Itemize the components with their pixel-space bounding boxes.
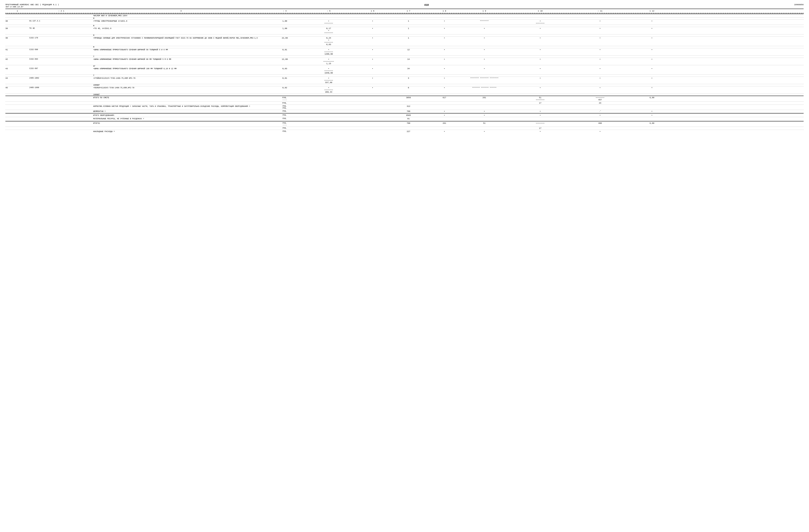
- r42-code: С152-564: [29, 58, 93, 65]
- r45-num: 45: [5, 87, 29, 93]
- r39-c12: •: [628, 28, 676, 34]
- header-info-row: ЧИСЛОМ ЖИЛ И СЕЧЕНИЕМ,ММ2:10X4: [5, 14, 804, 17]
- r41-num: 41: [5, 49, 29, 55]
- r45-code: 2405-1698: [29, 87, 93, 93]
- hi-c9: [460, 15, 508, 17]
- header-right: 10968056: [794, 4, 804, 6]
- divider-after-shef: [5, 113, 804, 113]
- r45-desc: •ПОЛКИ=К1163У3 ТУ36-1496-75,ИЗМ,НР2-70: [93, 87, 269, 93]
- r41-code: С152-560: [29, 49, 93, 55]
- r45-c12: =: [628, 87, 676, 93]
- r40-desc: •ПРОВОДА СИЛОВЫЕ ДЛЯ ЭЛЕКТРИЧЕСКИХ УСТАН…: [93, 37, 269, 46]
- hi-c12: [628, 15, 676, 17]
- row-itogo-smeta: ИТОГО ПО СМЕТЕ РУБ.---- 3856 617 261 51•…: [5, 96, 804, 102]
- r38-c5: ••••••••••: [301, 20, 357, 24]
- r45-c9: •••••••• •••••••• •••••••: [460, 87, 508, 93]
- unit-row-40: М: [5, 46, 804, 48]
- r41-c8: •: [429, 49, 460, 55]
- col-6-header: 1 6: [357, 10, 389, 12]
- row-42: 42 С152-564 •ШИНЫ АЛЮМИНИЕВЫЕ ПРЯМОУГОЛЬ…: [5, 58, 804, 65]
- r44-c8: •: [429, 77, 460, 84]
- r40-c5: 0,24••••••••••0,03: [301, 37, 357, 46]
- r38-code: 01-137.3.1: [29, 20, 93, 24]
- io-label: ИТОГО ОБОРУДОВАНИЯ:: [93, 114, 269, 117]
- r44-c10: •: [508, 77, 572, 84]
- r42-c12: •: [628, 58, 676, 65]
- row-43: 43 С152-587 •ШИНЫ АЛЮМИНИЕВЫЕ ПРЯМОУГОЛЬ…: [5, 67, 804, 75]
- unit-row-39: М: [5, 34, 804, 37]
- r43-desc: •ШИНЫ АЛЮМИНИЕВЫЕ ПРЯМОУГОЛЬНОГО СЕЧЕНИЯ…: [93, 68, 269, 74]
- nak-label: НАКЛАДНЫЕ РАСХОДЫ =: [93, 130, 269, 132]
- r45-c5: ••••••••••289,44: [301, 87, 357, 93]
- hi-c7: [389, 15, 428, 17]
- r42-c8: •: [429, 58, 460, 65]
- r40-c11: •: [572, 37, 628, 46]
- r40-c8: •: [429, 37, 460, 46]
- hi-c5: [301, 15, 357, 17]
- row-itogo-oborud: ИТОГО ОБОРУДОВАНИЯ: РУБ. 9505 • • • • •: [5, 114, 804, 117]
- r41-c4: 0,01: [269, 49, 301, 55]
- col-header-row: 1 : 2 1 3 : 4 : 5 1 6 1 7 1 8 1 9 1 10 :…: [5, 8, 804, 13]
- r40-c10: •: [508, 37, 572, 46]
- r40-c9: •: [460, 37, 508, 46]
- r45-c7: 6: [389, 87, 428, 93]
- unit-row-hi: М: [5, 17, 804, 20]
- r38-c11: •: [572, 20, 628, 24]
- row-shefmontaz: ШЕФМОНТАЖ = РУБ. 709 • • • .° •: [5, 110, 804, 113]
- r40-c7: 1: [389, 37, 428, 46]
- r38-c6: •: [357, 20, 389, 24]
- r43-c11: •: [572, 68, 628, 74]
- row-material: МАТЕРИАЛЬНЫЕ РЕСУРСЫ, НЕ УЧТЕННЫЕ В РАСЦ…: [5, 117, 804, 121]
- col-10-header: 1 10: [508, 10, 572, 12]
- r43-c9: •: [460, 68, 508, 74]
- col-5-header: : 5: [301, 10, 357, 12]
- r43-c7: 34: [389, 68, 428, 74]
- is-c4: РУБ.----: [269, 96, 301, 101]
- row-normativ: НОРМАТИВ.УСЛОВНО-ЧИСТАЯ ПРОДУКЦИЯ = ЗАПА…: [5, 105, 804, 110]
- r40-c6: •: [357, 37, 389, 46]
- r44-c12: •: [628, 77, 676, 84]
- r45-c4: 0,02: [269, 87, 301, 93]
- r41-c6: •: [357, 49, 389, 55]
- row-nakladnye: НАКЛАДНЫЕ РАСХОДЫ = РУБ. 227 • • • •: [5, 130, 804, 133]
- is-c10: 51•••••••••: [508, 96, 572, 101]
- r43-c8: •: [429, 68, 460, 74]
- col-7-header: 1 7: [389, 10, 428, 12]
- row-45: 45 2405-1698 •ПОЛКИ=К1163У3 ТУ36-1496-75…: [5, 86, 804, 94]
- r39-code: ТО 4Е: [29, 28, 93, 34]
- r41-desc: •ШИНЫ АЛЮМИНИЕВЫЕ ПРЯМОУГОЛЬНОГО СЕЧЕНИЯ…: [93, 49, 269, 55]
- r45-c11: •: [572, 87, 628, 93]
- is-c12: 6,00: [628, 96, 676, 101]
- hi-c11: [572, 15, 628, 17]
- row-itogo-smeta-2: РУБ. 17 23: [5, 102, 804, 105]
- col-11-header: : 11: [572, 10, 628, 12]
- r44-c4: 0,01: [269, 77, 301, 84]
- divider-after-material: [5, 121, 804, 121]
- page-container: ПРОГРАММНЫЙ КОМПЛЕКС АВС-3ЕС ( РЕДАКЦИЯ …: [5, 4, 804, 133]
- r41-c10: •: [508, 49, 572, 55]
- hi-num: [5, 15, 29, 17]
- r42-c6: •: [357, 58, 389, 65]
- row-39: 39 ТО 4Е •ТО 4Е, А=25X1.6 1,00 0,17•••••…: [5, 27, 804, 34]
- r42-c4: 12,00: [269, 58, 301, 65]
- r41-c7: 12: [389, 49, 428, 55]
- row-40: 40 С152-179 •ПРОВОДА СИЛОВЫЕ ДЛЯ ЭЛЕКТРИ…: [5, 37, 804, 46]
- shef-label: ШЕФМОНТАЖ =: [93, 110, 269, 112]
- unit-row-38: М: [5, 25, 804, 27]
- r45-c6: •: [357, 87, 389, 93]
- is-c7: 3856: [389, 96, 428, 101]
- r39-c10: •: [508, 28, 572, 34]
- r39-num: 39: [5, 28, 29, 34]
- row-38: 38 01-137.3.1 •ТРУБЫ ЭЛЕКТРОСВАРНЫЕ А=18…: [5, 20, 804, 25]
- r39-c9: •: [460, 28, 508, 34]
- r38-c7: 1: [389, 20, 428, 24]
- r39-c7: 1: [389, 28, 428, 34]
- r43-num: 43: [5, 68, 29, 74]
- r41-c11: •: [572, 49, 628, 55]
- r41-c5: ••••••••••1200,00: [301, 49, 357, 55]
- r42-desc: •ШИНЫ АЛЮМИНИЕВЫЕ ПРЯМОУГОЛЬНОГО СЕЧЕНИЯ…: [93, 58, 269, 65]
- is-num: [5, 96, 29, 101]
- r43-c4: 0,03: [269, 68, 301, 74]
- r44-num: 44: [5, 77, 29, 84]
- r45-c8: •: [429, 87, 460, 93]
